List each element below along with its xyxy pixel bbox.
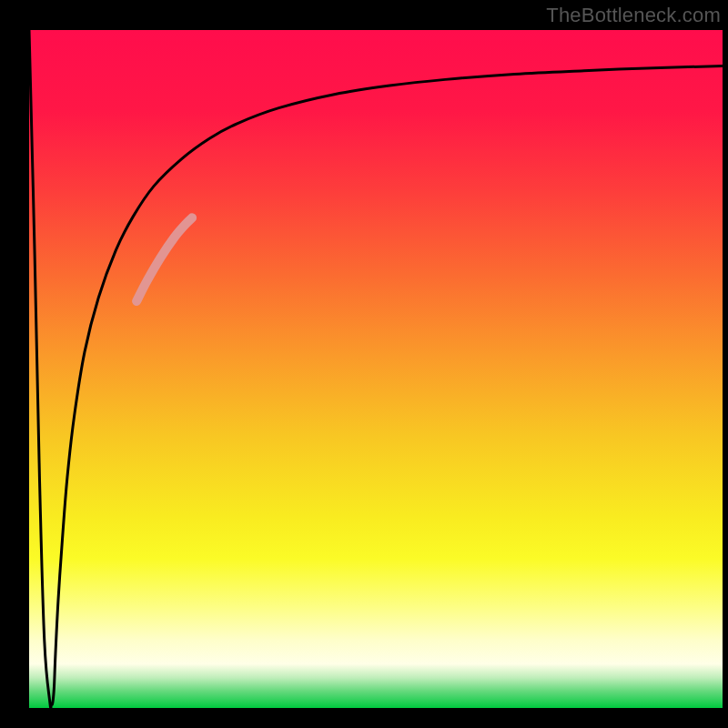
- chart-frame: [0, 0, 728, 728]
- attribution-label: TheBottleneck.com: [546, 4, 721, 27]
- chart-page: TheBottleneck.com: [0, 0, 728, 728]
- plot-background-gradient: [29, 30, 723, 708]
- bottleneck-chart: [0, 0, 728, 728]
